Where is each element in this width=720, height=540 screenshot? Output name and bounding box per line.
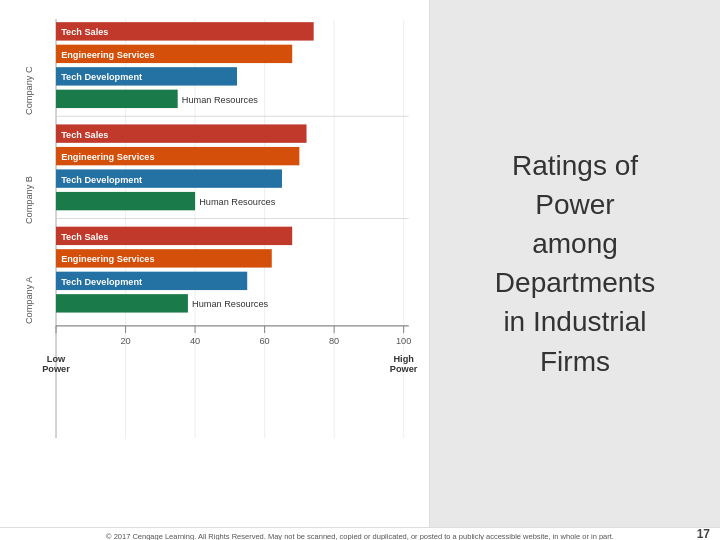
footer: © 2017 Cengage Learning. All Rights Rese… xyxy=(0,527,720,540)
bar-label-company-c-hr: Human Resources xyxy=(182,95,258,105)
x-axis-low-label: Low xyxy=(47,354,66,364)
bar-label-company-a-engineering: Engineering Services xyxy=(61,254,154,264)
bar-label-company-c-tech-sales: Tech Sales xyxy=(61,27,108,37)
copyright-text: © 2017 Cengage Learning. All Rights Rese… xyxy=(106,532,614,540)
x-axis-high-label-2: Power xyxy=(390,364,418,374)
bar-company-a-hr xyxy=(56,294,188,312)
bar-company-b-hr xyxy=(56,192,195,210)
bar-chart: Company C Tech Sales Engineering Service… xyxy=(10,12,419,497)
chart-title: Ratings of Power among Departments in In… xyxy=(495,146,655,381)
bar-label-company-a-tech-sales: Tech Sales xyxy=(61,232,108,242)
bar-company-c-hr xyxy=(56,90,178,108)
bar-label-company-b-hr: Human Resources xyxy=(199,197,275,207)
text-area: Ratings of Power among Departments in In… xyxy=(430,0,720,527)
x-tick-60: 60 xyxy=(259,336,269,346)
bar-label-company-b-tech-dev: Tech Development xyxy=(61,175,142,185)
bar-label-company-b-tech-sales: Tech Sales xyxy=(61,130,108,140)
x-tick-100: 100 xyxy=(396,336,411,346)
bar-label-company-c-engineering: Engineering Services xyxy=(61,50,154,60)
company-a-label: Company A xyxy=(24,276,34,324)
main-container: Company C Tech Sales Engineering Service… xyxy=(0,0,720,527)
page-number: 17 xyxy=(697,527,710,540)
chart-area: Company C Tech Sales Engineering Service… xyxy=(0,0,430,527)
x-tick-80: 80 xyxy=(329,336,339,346)
x-axis-low-label-2: Power xyxy=(42,364,70,374)
bar-label-company-b-engineering: Engineering Services xyxy=(61,152,154,162)
bar-label-company-a-tech-dev: Tech Development xyxy=(61,277,142,287)
x-axis-high-label: High xyxy=(393,354,414,364)
bar-label-company-a-hr: Human Resources xyxy=(192,299,268,309)
company-c-label: Company C xyxy=(24,66,34,115)
x-tick-20: 20 xyxy=(120,336,130,346)
company-b-label: Company B xyxy=(24,176,34,224)
x-tick-40: 40 xyxy=(190,336,200,346)
bar-label-company-c-tech-dev: Tech Development xyxy=(61,72,142,82)
